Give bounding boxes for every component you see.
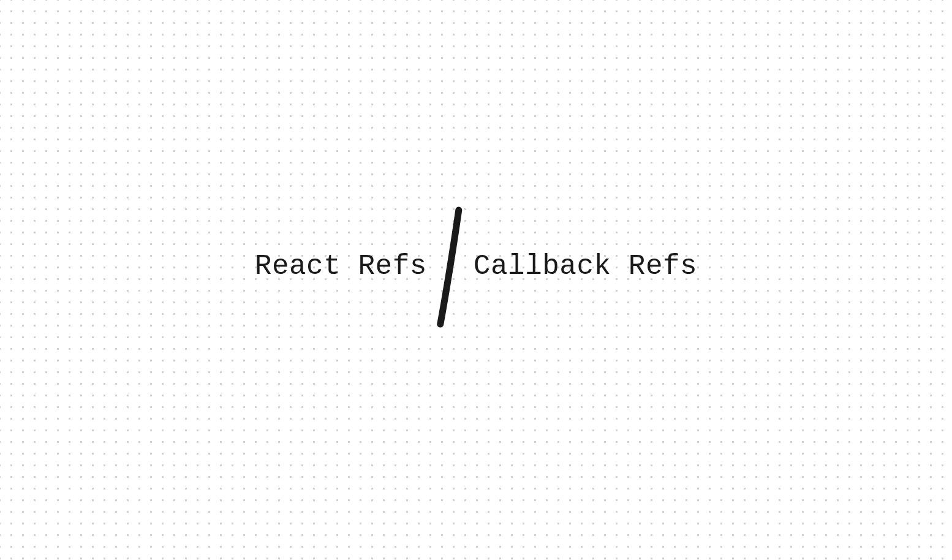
slash-divider-icon[interactable] xyxy=(432,199,469,334)
canvas-content[interactable]: React Refs Callback Refs xyxy=(255,199,697,334)
text-right[interactable]: Callback Refs xyxy=(474,251,697,282)
text-left[interactable]: React Refs xyxy=(255,251,427,282)
